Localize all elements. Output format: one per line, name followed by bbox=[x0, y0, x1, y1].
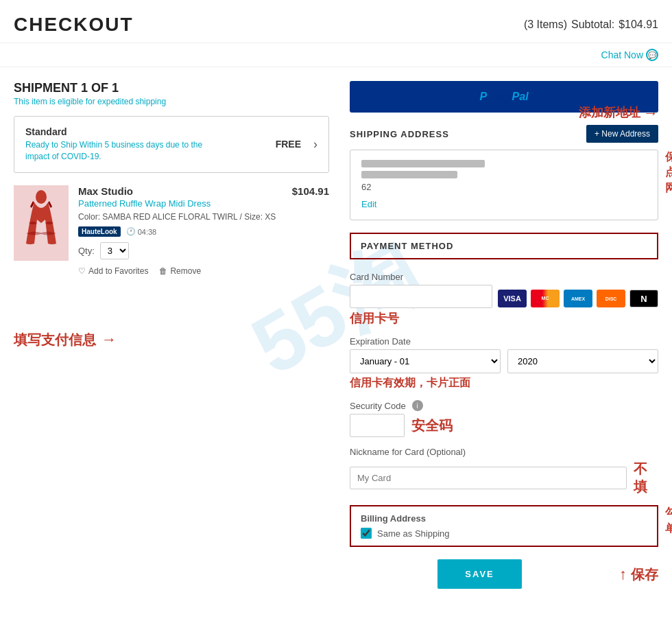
shipping-address-section: SHIPPING ADDRESS + New Address 添加新地址 → bbox=[350, 125, 658, 143]
save-area: SAVE ↑ 保存 bbox=[350, 559, 658, 589]
cn-expiry-annotation: 信用卡有效期，卡片正面 bbox=[350, 376, 658, 390]
cn-nickname-text: 不填 bbox=[634, 460, 658, 495]
nickname-row: 不填 bbox=[350, 460, 658, 495]
cn-save-text: 保存 bbox=[631, 565, 658, 583]
remove-link[interactable]: 🗑 Remove bbox=[159, 266, 201, 276]
items-count: (3 Items) bbox=[524, 19, 567, 31]
amex-icon: AMEX bbox=[564, 290, 592, 307]
shipment-title: SHIPMENT 1 OF 1 bbox=[14, 81, 329, 95]
security-row: 安全码 bbox=[350, 414, 658, 437]
n-card-icon: N bbox=[629, 290, 658, 307]
cn-fill-payment-text: 填写支付信息 bbox=[14, 331, 96, 349]
payment-method-section: PAYMENT METHOD bbox=[350, 233, 658, 259]
card-number-group: Card Number VISA MC AMEX DISC N 信用卡号 bbox=[350, 272, 658, 327]
security-info-icon[interactable]: i bbox=[412, 400, 423, 411]
shipping-option-name: Standard bbox=[25, 126, 217, 137]
product-row: Max Studio $104.91 Patterned Ruffle Wrap… bbox=[14, 185, 329, 277]
shipping-option-desc: Ready to Ship Within 5 business days due… bbox=[25, 139, 217, 163]
shipping-address-title: SHIPPING ADDRESS bbox=[350, 129, 449, 139]
svg-point-0 bbox=[36, 190, 47, 204]
header: CHECKOUT (3 Items) Subtotal: $104.91 bbox=[0, 0, 672, 43]
billing-box: Billing Address Same as Shipping bbox=[350, 505, 658, 547]
card-input-wrapper: VISA MC AMEX DISC N bbox=[350, 285, 658, 308]
header-subtotal-area: (3 Items) Subtotal: $104.91 bbox=[524, 19, 658, 31]
trash-icon: 🗑 bbox=[159, 266, 167, 276]
expiry-year-select[interactable]: 2020 2021 2022 2023 2024 2025 bbox=[507, 349, 658, 373]
hautelook-badge: HauteLook bbox=[78, 226, 121, 237]
expiry-row: January - 01 February - 02 March - 03 Ap… bbox=[350, 349, 658, 373]
visa-icon: VISA bbox=[498, 290, 527, 307]
shipping-option-box[interactable]: Standard Ready to Ship Within 5 business… bbox=[14, 116, 329, 173]
chevron-right-icon: › bbox=[313, 137, 317, 152]
security-code-input[interactable] bbox=[350, 414, 405, 437]
address-line-3: 62 bbox=[361, 182, 647, 192]
product-image bbox=[14, 185, 69, 261]
left-panel: SHIPMENT 1 OF 1 This item is eligible fo… bbox=[0, 67, 343, 603]
security-code-group: Security Code i 安全码 bbox=[350, 400, 658, 437]
discover-icon: DISC bbox=[597, 290, 625, 307]
billing-address-section: Billing Address Same as Shipping 勾选表示保存我… bbox=[350, 505, 658, 547]
heart-icon: ♡ bbox=[78, 266, 86, 276]
cn-save-success-annotation: 保存成功后的地址信息，如果点了保存页面不动，刷新一下网页就OK了 bbox=[665, 150, 672, 196]
right-panel: P PayPal SHIPPING ADDRESS + New Address … bbox=[343, 67, 672, 603]
address-edit-link[interactable]: Edit bbox=[361, 199, 376, 209]
save-button[interactable]: SAVE bbox=[437, 559, 521, 589]
cn-save-success-text: 保存成功后的地址信息，如果点了保存页面不动，刷新一下网页就OK了 bbox=[665, 150, 672, 196]
add-to-favorites-link[interactable]: ♡ Add to Favorites bbox=[78, 266, 148, 276]
security-code-label: Security Code i bbox=[350, 400, 658, 411]
chat-now-label: Chat Now bbox=[601, 49, 643, 60]
product-name[interactable]: Patterned Ruffle Wrap Midi Dress bbox=[78, 198, 329, 209]
subtotal-label: Subtotal: bbox=[571, 19, 614, 31]
cn-expiry-text: 信用卡有效期，卡片正面 bbox=[350, 377, 470, 388]
card-icons-row: VISA MC AMEX DISC N bbox=[498, 290, 658, 307]
clock-icon: 🕐 bbox=[126, 227, 136, 236]
same-as-shipping-label: Same as Shipping bbox=[377, 528, 450, 539]
cn-card-number-annotation: 信用卡号 bbox=[350, 311, 399, 327]
chat-bar: Chat Now 💬 bbox=[0, 43, 672, 67]
billing-title: Billing Address bbox=[361, 513, 647, 524]
nickname-group: Nickname for Card (Optional) 不填 bbox=[350, 447, 658, 495]
nickname-input[interactable] bbox=[350, 467, 627, 489]
mastercard-icon: MC bbox=[531, 290, 560, 307]
shipping-address-header: SHIPPING ADDRESS + New Address bbox=[350, 125, 658, 143]
address-blur-1 bbox=[361, 160, 485, 167]
card-number-input[interactable] bbox=[350, 285, 492, 308]
dress-svg bbox=[21, 189, 62, 257]
address-box-wrapper: 62 Edit 保存成功后的地址信息，如果点了保存页面不动，刷新一下网页就OK了 bbox=[350, 150, 658, 220]
address-line-1 bbox=[361, 160, 647, 178]
cn-security-text: 安全码 bbox=[411, 417, 453, 434]
quantity-select[interactable]: 3 1 2 bbox=[100, 242, 129, 259]
payment-method-title: PAYMENT METHOD bbox=[361, 241, 647, 251]
qty-label: Qty: bbox=[78, 246, 95, 256]
shipping-option-price: FREE bbox=[276, 139, 301, 150]
cn-annotation-fill-payment: 填写支付信息 → bbox=[14, 331, 329, 349]
new-address-button[interactable]: + New Address bbox=[586, 125, 658, 143]
cn-billing-annotation: 勾选表示保存我的发货地址作为账单地址，不勾选可填新的 bbox=[665, 505, 672, 536]
cn-add-address-annotation: 添加新地址 → bbox=[579, 104, 658, 122]
cn-billing-text: 勾选表示保存我的发货地址作为账单地址，不勾选可填新的 bbox=[665, 505, 672, 536]
checkbox-row: Same as Shipping bbox=[361, 528, 647, 539]
chat-now-link[interactable]: Chat Now 💬 bbox=[601, 49, 658, 61]
card-number-label: Card Number bbox=[350, 272, 658, 282]
product-price: $104.91 bbox=[292, 185, 329, 197]
chat-bubble-icon: 💬 bbox=[646, 49, 658, 61]
product-brand: Max Studio bbox=[78, 185, 133, 197]
cn-save-annotation: ↑ 保存 bbox=[619, 565, 658, 583]
product-color: Color: SAMBA RED ALICE FLORAL TWIRL / Si… bbox=[78, 211, 329, 223]
expiry-month-select[interactable]: January - 01 February - 02 March - 03 Ap… bbox=[350, 349, 501, 373]
cn-save-arrow: ↑ bbox=[619, 565, 627, 583]
time-badge: 🕐 04:38 bbox=[126, 227, 157, 236]
address-blur-2 bbox=[361, 171, 457, 178]
nickname-label: Nickname for Card (Optional) bbox=[350, 447, 658, 457]
same-as-shipping-checkbox[interactable] bbox=[361, 528, 372, 539]
address-box: 62 Edit bbox=[350, 150, 658, 220]
product-details: Max Studio $104.91 Patterned Ruffle Wrap… bbox=[78, 185, 329, 277]
main-layout: SHIPMENT 1 OF 1 This item is eligible fo… bbox=[0, 67, 672, 603]
product-meta: HauteLook 🕐 04:38 bbox=[78, 226, 329, 237]
shipment-header: SHIPMENT 1 OF 1 This item is eligible fo… bbox=[14, 81, 329, 106]
shipment-eligible: This item is eligible for expedited ship… bbox=[14, 97, 329, 106]
page-title: CHECKOUT bbox=[14, 14, 134, 36]
expiration-label: Expiration Date bbox=[350, 336, 658, 347]
shipping-option-left: Standard Ready to Ship Within 5 business… bbox=[25, 126, 217, 163]
cn-fill-payment-arrow: → bbox=[101, 331, 117, 349]
